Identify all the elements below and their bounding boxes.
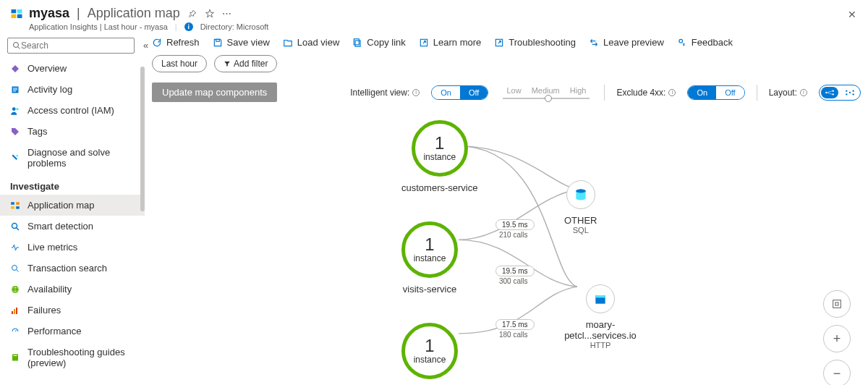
star-icon[interactable] <box>205 9 215 19</box>
intelligent-view-label: Intelligent view:i <box>350 88 420 98</box>
leave-preview-button[interactable]: Leave preview <box>589 37 664 48</box>
directory-label: Directory: Microsoft <box>200 22 269 31</box>
edge-label: 19.5 ms <box>495 266 535 276</box>
svg-line-26 <box>15 330 17 331</box>
svg-point-37 <box>833 90 834 91</box>
copy-link-button[interactable]: Copy link <box>352 37 405 48</box>
time-filter-pill[interactable]: Last hour <box>152 55 207 72</box>
sidebar-item-performance[interactable]: Performance <box>0 321 145 342</box>
sidebar-item-smart-detection[interactable]: Smart detection <box>0 216 145 237</box>
svg-point-43 <box>853 90 854 91</box>
svg-line-17 <box>17 227 20 230</box>
load-view-button[interactable]: Load view <box>283 37 340 48</box>
config-bar: Update map components Intelligent view:i… <box>145 80 868 109</box>
svg-point-47 <box>576 190 585 193</box>
svg-point-11 <box>16 107 19 110</box>
svg-rect-15 <box>16 206 20 209</box>
sidebar-item-availability[interactable]: Availability <box>0 279 145 300</box>
sidebar-item-diagnose[interactable]: Diagnose and solve problems <box>0 142 145 174</box>
map-canvas[interactable]: 1instance customers-service 1instance vi… <box>145 109 868 377</box>
svg-rect-0 <box>12 9 17 13</box>
layout-label: Layout:i <box>769 88 807 98</box>
zoom-out-button[interactable]: − <box>823 360 851 385</box>
sensitivity-slider[interactable]: LowMediumHigh <box>503 86 590 99</box>
edge-label: 17.5 ms <box>495 319 535 330</box>
search-box[interactable] <box>7 38 135 54</box>
svg-rect-13 <box>16 202 20 205</box>
sidebar-item-troubleshooting-guides[interactable]: Troubleshooting guides (preview) <box>0 342 145 373</box>
sidebar-item-access-control[interactable]: Access control (IAM) <box>0 100 145 121</box>
app-name: myasa <box>29 6 69 21</box>
svg-rect-31 <box>355 41 360 46</box>
sidebar-section-investigate: Investigate <box>0 174 145 195</box>
svg-point-4 <box>14 42 19 47</box>
exclude-4xx-toggle[interactable]: OnOff <box>687 85 744 100</box>
svg-rect-1 <box>17 9 22 13</box>
layout-force-icon[interactable] <box>841 87 859 98</box>
toolbar: Refresh Save view Load view Copy link Le… <box>145 34 868 55</box>
refresh-button[interactable]: Refresh <box>152 37 200 48</box>
info-icon[interactable]: i <box>800 89 807 96</box>
svg-point-44 <box>846 93 847 95</box>
svg-point-10 <box>12 107 16 111</box>
sidebar-item-live-metrics[interactable]: Live metrics <box>0 237 145 258</box>
zoom-in-button[interactable]: + <box>823 325 851 352</box>
sidebar-item-failures[interactable]: Failures <box>0 300 145 321</box>
svg-line-40 <box>827 93 833 94</box>
feedback-button[interactable]: Feedback <box>677 37 733 48</box>
svg-point-42 <box>846 90 847 91</box>
sidebar-item-overview[interactable]: Overview <box>0 58 145 79</box>
info-icon[interactable]: i <box>668 89 676 96</box>
svg-rect-7 <box>13 88 17 88</box>
svg-rect-30 <box>216 39 219 41</box>
filter-icon <box>224 60 231 67</box>
node-http-service[interactable]: moary-petcl...services.io HTTP <box>550 284 651 350</box>
info-icon[interactable]: i <box>412 89 420 96</box>
search-icon <box>12 41 21 50</box>
page-header: myasa | Application map ⋯ Application In… <box>0 0 868 34</box>
svg-rect-9 <box>13 90 16 91</box>
svg-rect-50 <box>833 300 841 308</box>
node-other-sql[interactable]: OTHER SQL <box>564 180 597 234</box>
svg-line-5 <box>18 46 20 48</box>
slider-thumb[interactable] <box>545 95 552 102</box>
troubleshooting-button[interactable]: Troubleshooting <box>494 37 576 48</box>
pin-icon[interactable] <box>187 9 197 19</box>
svg-point-18 <box>12 265 17 270</box>
svg-rect-24 <box>14 309 15 314</box>
learn-more-button[interactable]: Learn more <box>419 37 481 48</box>
node-vets-service[interactable]: 1instance vets-service <box>401 323 458 385</box>
svg-rect-23 <box>12 311 13 314</box>
edge-label: 19.5 ms <box>495 219 535 230</box>
svg-point-36 <box>825 91 827 93</box>
svg-point-38 <box>833 93 834 95</box>
edge-calls: 210 calls <box>499 231 527 239</box>
svg-rect-32 <box>354 38 359 44</box>
node-visits-service[interactable]: 1instance visits-service <box>401 221 458 295</box>
layout-hierarchy-icon[interactable] <box>821 87 838 98</box>
node-customers-service[interactable]: 1instance customers-service <box>401 120 477 193</box>
sidebar-item-tags[interactable]: Tags <box>0 121 145 142</box>
http-icon <box>593 292 608 306</box>
intelligent-view-toggle[interactable]: OnOff <box>431 85 488 100</box>
save-view-button[interactable]: Save view <box>213 37 270 48</box>
layout-toggle[interactable] <box>819 85 861 101</box>
sidebar-item-application-map[interactable]: Application map <box>0 195 145 216</box>
edge-calls: 180 calls <box>499 331 527 339</box>
add-filter-pill[interactable]: Add filter <box>214 55 277 72</box>
svg-rect-27 <box>12 355 18 361</box>
update-map-button[interactable]: Update map components <box>152 82 277 102</box>
sidebar-item-activity-log[interactable]: Activity log <box>0 79 145 100</box>
more-icon[interactable]: ⋯ <box>222 8 233 19</box>
fit-to-screen-button[interactable] <box>823 290 851 318</box>
info-icon: i <box>184 22 193 31</box>
page-title: Application map <box>88 6 180 21</box>
search-input[interactable] <box>21 41 129 51</box>
sidebar-item-transaction-search[interactable]: Transaction search <box>0 258 145 279</box>
edge-calls: 300 calls <box>499 277 527 285</box>
close-icon[interactable]: ✕ <box>848 9 856 20</box>
svg-point-35 <box>679 39 683 43</box>
breadcrumb: Application Insights | Last hour - myasa <box>29 22 168 31</box>
svg-rect-2 <box>12 14 17 18</box>
svg-point-41 <box>849 91 851 93</box>
